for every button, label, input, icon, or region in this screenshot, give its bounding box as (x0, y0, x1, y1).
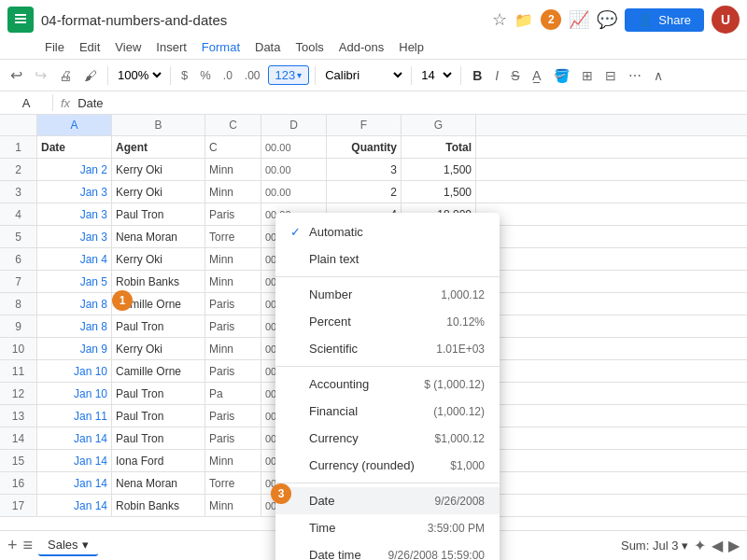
print-button[interactable]: 🖨 (54, 65, 77, 86)
col-header-b[interactable]: B (112, 115, 205, 135)
menu-help[interactable]: Help (391, 37, 431, 57)
dropdown-item-time[interactable]: Time 3:59:00 PM (275, 514, 500, 541)
avatar[interactable]: U (712, 6, 740, 34)
cell-date[interactable]: Jan 10 (37, 383, 112, 404)
cell-f[interactable]: 3 (327, 159, 402, 180)
cell-agent[interactable]: Robin Banks (112, 495, 205, 516)
cell-g[interactable]: 1,500 (402, 181, 476, 203)
menu-data[interactable]: Data (247, 37, 288, 57)
cell-date[interactable]: Jan 11 (37, 405, 112, 427)
menu-file[interactable]: File (37, 37, 72, 57)
cell-agent[interactable]: Nena Moran (112, 226, 205, 247)
cell-date[interactable]: Jan 9 (37, 338, 112, 359)
cell-c[interactable]: Minn (205, 271, 261, 292)
cell-c[interactable]: Paris (205, 405, 261, 427)
dropdown-item-scientific[interactable]: Scientific 1.01E+03 (275, 335, 500, 362)
undo-button[interactable]: ↩ (6, 63, 27, 87)
cell-c[interactable]: Paris (205, 203, 261, 225)
cell-date[interactable]: Jan 14 (37, 495, 112, 516)
dropdown-item-currency[interactable]: Currency $1,000.12 (275, 425, 500, 452)
menu-tools[interactable]: Tools (288, 37, 331, 57)
scroll-left-button[interactable]: ◀ (712, 537, 723, 554)
dropdown-item-automatic[interactable]: ✓ Automatic (275, 218, 500, 245)
menu-view[interactable]: View (107, 37, 148, 57)
zoom-select[interactable]: 100% (114, 67, 164, 83)
underline-button[interactable]: A̲ (528, 65, 546, 86)
cell-c[interactable]: Paris (205, 293, 261, 315)
cell-agent[interactable]: Kerry Oki (112, 248, 205, 270)
cell-c[interactable]: Pa (205, 383, 261, 404)
decimal-decrease-button[interactable]: .0 (218, 66, 237, 85)
cell-date[interactable]: Jan 10 (37, 360, 112, 382)
menu-insert[interactable]: Insert (148, 37, 194, 57)
dropdown-item-datetime[interactable]: Date time 9/26/2008 15:59:00 (275, 541, 500, 560)
comment-icon[interactable]: 💬 (597, 9, 617, 30)
cell-date[interactable]: Jan 8 (37, 315, 112, 337)
sheet-list-button[interactable]: ≡ (23, 536, 34, 555)
col-header-g[interactable]: G (402, 115, 476, 135)
cell-c[interactable]: Minn (205, 450, 261, 471)
cell-agent[interactable]: Paul Tron (112, 315, 205, 337)
cell-agent[interactable]: Robin Banks (112, 271, 205, 292)
cell-date[interactable]: Jan 3 (37, 181, 112, 203)
menu-edit[interactable]: Edit (72, 37, 107, 57)
borders-button[interactable]: ⊞ (577, 65, 598, 86)
strikethrough-button[interactable]: S (506, 65, 524, 86)
cell-g[interactable]: 1,500 (402, 159, 476, 180)
dropdown-item-currency-rounded[interactable]: Currency (rounded) $1,000 (275, 452, 500, 479)
formula-content[interactable]: Date (78, 96, 103, 110)
dropdown-item-percent[interactable]: Percent 10.12% (275, 308, 500, 335)
cell-date[interactable]: Jan 2 (37, 159, 112, 180)
star-icon[interactable]: ☆ (492, 9, 507, 30)
cell-agent[interactable]: Paul Tron (112, 405, 205, 427)
dropdown-item-financial[interactable]: Financial (1,000.12) (275, 398, 500, 425)
cell-g[interactable]: Total (402, 136, 476, 158)
sheet-tab-sales[interactable]: Sales ▾ (38, 535, 98, 556)
chart-icon[interactable]: 📈 (569, 9, 589, 30)
cell-d[interactable]: 00.00 (261, 181, 327, 203)
add-sheet-button[interactable]: + (7, 536, 18, 555)
cell-c[interactable]: Paris (205, 315, 261, 337)
menu-addons[interactable]: Add-ons (331, 37, 391, 57)
cell-agent[interactable]: Paul Tron (112, 203, 205, 225)
merge-button[interactable]: ⊟ (600, 65, 621, 86)
col-header-c[interactable]: C (205, 115, 261, 135)
col-header-d[interactable]: D (261, 115, 327, 135)
font-size-select[interactable]: 14 (417, 67, 455, 83)
cell-date[interactable]: Jan 3 (37, 226, 112, 247)
italic-button[interactable]: I (490, 65, 503, 86)
percent-button[interactable]: % (195, 65, 216, 85)
cell-c[interactable]: Torre (205, 226, 261, 247)
cell-c[interactable]: Minn (205, 495, 261, 516)
scroll-right-button[interactable]: ▶ (728, 537, 740, 554)
cell-c[interactable]: Minn (205, 248, 261, 270)
dropdown-item-number[interactable]: Number 1,000.12 (275, 281, 500, 308)
dropdown-item-accounting[interactable]: Accounting $ (1,000.12) (275, 371, 500, 398)
cell-reference[interactable]: A (7, 96, 45, 110)
cell-date[interactable]: Jan 14 (37, 472, 112, 494)
folder-icon[interactable]: 📁 (514, 11, 533, 29)
cell-c[interactable]: Minn (205, 181, 261, 203)
cell-date[interactable]: Jan 14 (37, 450, 112, 471)
cell-date[interactable]: Jan 8 (37, 293, 112, 315)
cell-agent[interactable]: Camille Orne (112, 360, 205, 382)
bold-button[interactable]: B (467, 65, 487, 86)
cell-d[interactable]: 00.00 (261, 136, 327, 158)
cell-c[interactable]: Paris (205, 360, 261, 382)
cell-agent[interactable]: Paul Tron (112, 427, 205, 449)
sheets-app-icon[interactable] (7, 7, 34, 33)
cell-date[interactable]: Jan 5 (37, 271, 112, 292)
paint-format-button[interactable]: 🖌 (79, 65, 102, 86)
dropdown-item-plaintext[interactable]: Plain text (275, 245, 500, 273)
redo-button[interactable]: ↪ (30, 63, 51, 87)
cell-agent[interactable]: Nena Moran (112, 472, 205, 494)
cell-c[interactable]: Torre (205, 472, 261, 494)
cell-c[interactable]: Minn (205, 159, 261, 180)
cell-c[interactable]: Paris (205, 427, 261, 449)
col-header-f[interactable]: F (327, 115, 402, 135)
cell-agent[interactable]: Kerry Oki (112, 338, 205, 359)
cell-agent[interactable]: Agent (112, 136, 205, 158)
more-toolbar-button[interactable]: ⋯ (624, 65, 646, 86)
explore-button[interactable]: ✦ (694, 537, 706, 554)
cell-f[interactable]: 2 (327, 181, 402, 203)
